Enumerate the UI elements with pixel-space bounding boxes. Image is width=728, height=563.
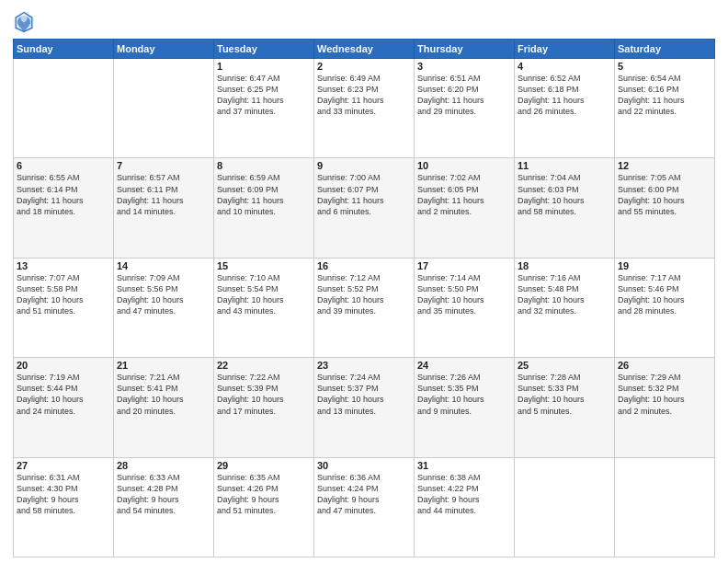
calendar-cell: 11Sunrise: 7:04 AMSunset: 6:03 PMDayligh… bbox=[515, 158, 615, 258]
day-number: 20 bbox=[17, 360, 110, 371]
weekday-header-wednesday: Wednesday bbox=[314, 40, 415, 59]
weekday-header-row: SundayMondayTuesdayWednesdayThursdayFrid… bbox=[14, 40, 715, 59]
day-info: Sunrise: 6:47 AMSunset: 6:25 PMDaylight:… bbox=[217, 73, 311, 118]
day-number: 12 bbox=[618, 160, 711, 171]
calendar-table: SundayMondayTuesdayWednesdayThursdayFrid… bbox=[13, 39, 715, 557]
day-info: Sunrise: 6:38 AMSunset: 4:22 PMDaylight:… bbox=[417, 472, 511, 517]
calendar-cell: 12Sunrise: 7:05 AMSunset: 6:00 PMDayligh… bbox=[615, 158, 715, 258]
day-number: 19 bbox=[618, 260, 711, 271]
day-number: 29 bbox=[217, 460, 311, 471]
calendar-cell: 5Sunrise: 6:54 AMSunset: 6:16 PMDaylight… bbox=[615, 59, 715, 158]
calendar-cell: 26Sunrise: 7:29 AMSunset: 5:32 PMDayligh… bbox=[615, 358, 715, 457]
day-number: 15 bbox=[217, 260, 311, 271]
day-info: Sunrise: 6:57 AMSunset: 6:11 PMDaylight:… bbox=[117, 172, 210, 217]
calendar-cell bbox=[14, 59, 114, 158]
calendar-body: 1Sunrise: 6:47 AMSunset: 6:25 PMDaylight… bbox=[14, 59, 715, 557]
day-info: Sunrise: 7:10 AMSunset: 5:54 PMDaylight:… bbox=[217, 272, 311, 317]
weekday-header-saturday: Saturday bbox=[615, 40, 715, 59]
day-info: Sunrise: 7:12 AMSunset: 5:52 PMDaylight:… bbox=[317, 272, 411, 317]
day-info: Sunrise: 7:29 AMSunset: 5:32 PMDaylight:… bbox=[618, 372, 711, 417]
calendar-cell: 24Sunrise: 7:26 AMSunset: 5:35 PMDayligh… bbox=[415, 358, 515, 457]
day-info: Sunrise: 7:07 AMSunset: 5:58 PMDaylight:… bbox=[17, 272, 110, 317]
day-info: Sunrise: 6:49 AMSunset: 6:23 PMDaylight:… bbox=[317, 73, 411, 118]
day-info: Sunrise: 7:09 AMSunset: 5:56 PMDaylight:… bbox=[117, 272, 210, 317]
day-number: 26 bbox=[618, 360, 711, 371]
calendar-cell: 18Sunrise: 7:16 AMSunset: 5:48 PMDayligh… bbox=[515, 258, 615, 357]
calendar-cell: 28Sunrise: 6:33 AMSunset: 4:28 PMDayligh… bbox=[114, 457, 214, 557]
calendar-week-row: 13Sunrise: 7:07 AMSunset: 5:58 PMDayligh… bbox=[14, 258, 715, 357]
day-info: Sunrise: 7:02 AMSunset: 6:05 PMDaylight:… bbox=[417, 172, 511, 217]
calendar-cell: 14Sunrise: 7:09 AMSunset: 5:56 PMDayligh… bbox=[114, 258, 214, 357]
calendar-cell: 10Sunrise: 7:02 AMSunset: 6:05 PMDayligh… bbox=[415, 158, 515, 258]
calendar-cell: 8Sunrise: 6:59 AMSunset: 6:09 PMDaylight… bbox=[214, 158, 314, 258]
day-number: 7 bbox=[117, 160, 210, 171]
day-number: 10 bbox=[417, 160, 511, 171]
calendar-cell: 25Sunrise: 7:28 AMSunset: 5:33 PMDayligh… bbox=[515, 358, 615, 457]
day-number: 6 bbox=[17, 160, 110, 171]
calendar-week-row: 1Sunrise: 6:47 AMSunset: 6:25 PMDaylight… bbox=[14, 59, 715, 158]
day-number: 5 bbox=[618, 61, 711, 72]
day-info: Sunrise: 7:24 AMSunset: 5:37 PMDaylight:… bbox=[317, 372, 411, 417]
calendar-week-row: 27Sunrise: 6:31 AMSunset: 4:30 PMDayligh… bbox=[14, 457, 715, 557]
logo-icon bbox=[13, 9, 35, 35]
day-info: Sunrise: 7:22 AMSunset: 5:39 PMDaylight:… bbox=[217, 372, 311, 417]
day-info: Sunrise: 7:26 AMSunset: 5:35 PMDaylight:… bbox=[417, 372, 511, 417]
header bbox=[13, 9, 715, 35]
day-number: 18 bbox=[518, 260, 611, 271]
day-info: Sunrise: 7:17 AMSunset: 5:46 PMDaylight:… bbox=[618, 272, 711, 317]
calendar-cell: 6Sunrise: 6:55 AMSunset: 6:14 PMDaylight… bbox=[14, 158, 114, 258]
calendar-cell bbox=[114, 59, 214, 158]
day-info: Sunrise: 6:59 AMSunset: 6:09 PMDaylight:… bbox=[217, 172, 311, 217]
day-number: 30 bbox=[317, 460, 411, 471]
day-number: 17 bbox=[417, 260, 511, 271]
weekday-header-friday: Friday bbox=[515, 40, 615, 59]
day-number: 14 bbox=[117, 260, 210, 271]
calendar-cell: 17Sunrise: 7:14 AMSunset: 5:50 PMDayligh… bbox=[415, 258, 515, 357]
day-number: 4 bbox=[518, 61, 611, 72]
calendar-cell: 31Sunrise: 6:38 AMSunset: 4:22 PMDayligh… bbox=[415, 457, 515, 557]
day-number: 16 bbox=[317, 260, 411, 271]
day-info: Sunrise: 7:05 AMSunset: 6:00 PMDaylight:… bbox=[618, 172, 711, 217]
calendar-cell: 4Sunrise: 6:52 AMSunset: 6:18 PMDaylight… bbox=[515, 59, 615, 158]
day-info: Sunrise: 6:31 AMSunset: 4:30 PMDaylight:… bbox=[17, 472, 110, 517]
calendar-cell: 9Sunrise: 7:00 AMSunset: 6:07 PMDaylight… bbox=[314, 158, 415, 258]
calendar-cell: 7Sunrise: 6:57 AMSunset: 6:11 PMDaylight… bbox=[114, 158, 214, 258]
calendar-cell: 15Sunrise: 7:10 AMSunset: 5:54 PMDayligh… bbox=[214, 258, 314, 357]
day-info: Sunrise: 6:35 AMSunset: 4:26 PMDaylight:… bbox=[217, 472, 311, 517]
calendar-cell: 20Sunrise: 7:19 AMSunset: 5:44 PMDayligh… bbox=[14, 358, 114, 457]
weekday-header-monday: Monday bbox=[114, 40, 214, 59]
logo bbox=[13, 9, 39, 35]
day-info: Sunrise: 7:14 AMSunset: 5:50 PMDaylight:… bbox=[417, 272, 511, 317]
day-number: 21 bbox=[117, 360, 210, 371]
day-info: Sunrise: 6:36 AMSunset: 4:24 PMDaylight:… bbox=[317, 472, 411, 517]
calendar-cell: 29Sunrise: 6:35 AMSunset: 4:26 PMDayligh… bbox=[214, 457, 314, 557]
day-number: 25 bbox=[518, 360, 611, 371]
day-info: Sunrise: 7:00 AMSunset: 6:07 PMDaylight:… bbox=[317, 172, 411, 217]
day-info: Sunrise: 6:55 AMSunset: 6:14 PMDaylight:… bbox=[17, 172, 110, 217]
day-number: 8 bbox=[217, 160, 311, 171]
calendar-cell: 27Sunrise: 6:31 AMSunset: 4:30 PMDayligh… bbox=[14, 457, 114, 557]
day-number: 11 bbox=[518, 160, 611, 171]
day-number: 2 bbox=[317, 61, 411, 72]
calendar-week-row: 20Sunrise: 7:19 AMSunset: 5:44 PMDayligh… bbox=[14, 358, 715, 457]
day-number: 13 bbox=[17, 260, 110, 271]
day-number: 9 bbox=[317, 160, 411, 171]
day-info: Sunrise: 7:28 AMSunset: 5:33 PMDaylight:… bbox=[518, 372, 611, 417]
calendar-header: SundayMondayTuesdayWednesdayThursdayFrid… bbox=[14, 40, 715, 59]
day-number: 1 bbox=[217, 61, 311, 72]
day-number: 28 bbox=[117, 460, 210, 471]
day-number: 3 bbox=[417, 61, 511, 72]
day-info: Sunrise: 7:16 AMSunset: 5:48 PMDaylight:… bbox=[518, 272, 611, 317]
calendar-week-row: 6Sunrise: 6:55 AMSunset: 6:14 PMDaylight… bbox=[14, 158, 715, 258]
day-info: Sunrise: 7:21 AMSunset: 5:41 PMDaylight:… bbox=[117, 372, 210, 417]
day-number: 22 bbox=[217, 360, 311, 371]
day-info: Sunrise: 7:04 AMSunset: 6:03 PMDaylight:… bbox=[518, 172, 611, 217]
calendar-cell: 1Sunrise: 6:47 AMSunset: 6:25 PMDaylight… bbox=[214, 59, 314, 158]
day-info: Sunrise: 6:52 AMSunset: 6:18 PMDaylight:… bbox=[518, 73, 611, 118]
calendar-cell: 22Sunrise: 7:22 AMSunset: 5:39 PMDayligh… bbox=[214, 358, 314, 457]
calendar-cell: 13Sunrise: 7:07 AMSunset: 5:58 PMDayligh… bbox=[14, 258, 114, 357]
calendar-cell: 16Sunrise: 7:12 AMSunset: 5:52 PMDayligh… bbox=[314, 258, 415, 357]
calendar-cell: 3Sunrise: 6:51 AMSunset: 6:20 PMDaylight… bbox=[415, 59, 515, 158]
calendar-cell bbox=[615, 457, 715, 557]
calendar-cell: 2Sunrise: 6:49 AMSunset: 6:23 PMDaylight… bbox=[314, 59, 415, 158]
